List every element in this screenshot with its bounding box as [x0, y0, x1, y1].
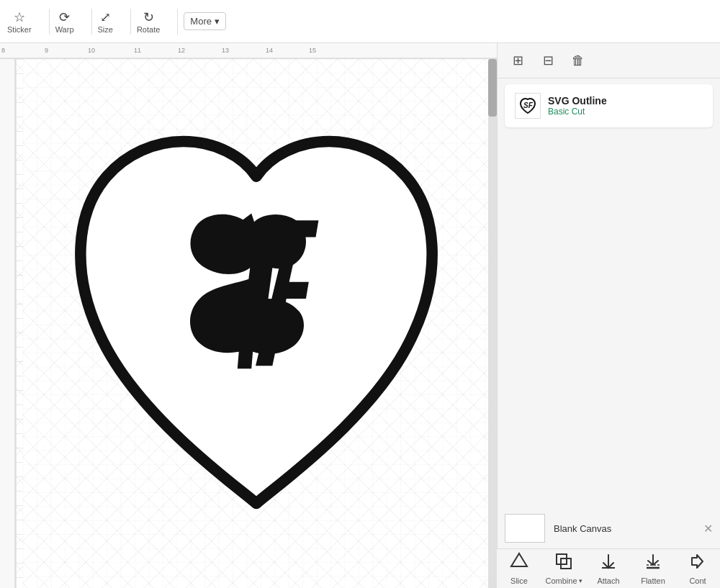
right-panel: Layers Color Sync ✕ ⊞ ⊟ 🗑 SF SVG Outline…: [497, 0, 720, 588]
ruler-left: [0, 59, 16, 588]
svg-text:11: 11: [134, 47, 141, 54]
toolbar: ☆ Sticker ⟳ Warp ⤢ Size ↻ Rotate More ▾: [0, 0, 720, 43]
layer-item[interactable]: SF SVG Outline Basic Cut: [505, 84, 713, 127]
sticker-label: Sticker: [7, 25, 32, 34]
warp-icon: ⟳: [59, 9, 70, 25]
size-icon: ⤢: [100, 9, 111, 25]
flatten-tool[interactable]: Flatten: [631, 552, 675, 585]
rotate-tool[interactable]: ↻ Rotate: [137, 9, 160, 34]
attach-label: Attach: [597, 576, 619, 585]
main-artwork: [16, 59, 497, 588]
svg-marker-15: [511, 553, 527, 566]
slice-label: Slice: [510, 576, 528, 585]
flatten-icon: [644, 552, 662, 575]
right-panel-bottom: Slice Combine ▾ Attach: [497, 548, 720, 588]
ruler-top: 8 9 10 11 12 13 14 15: [0, 43, 497, 59]
slice-tool[interactable]: Slice: [498, 552, 541, 585]
svg-text:12: 12: [178, 47, 185, 54]
warp-tool[interactable]: ⟳ Warp: [55, 9, 74, 34]
warp-label: Warp: [55, 25, 74, 34]
slice-icon: [510, 552, 528, 575]
layer-info: SVG Outline Basic Cut: [548, 95, 703, 117]
duplicate-layer-button[interactable]: ⊟: [536, 49, 559, 72]
sticker-icon: ☆: [14, 9, 25, 25]
more-button[interactable]: More ▾: [184, 12, 225, 30]
combine-label: Combine: [545, 576, 577, 585]
rotate-label: Rotate: [137, 25, 160, 34]
blank-canvas-section: Blank Canvas ✕: [505, 508, 713, 548]
combine-tool[interactable]: Combine ▾: [542, 552, 585, 585]
blank-canvas-label: Blank Canvas: [554, 523, 611, 534]
combine-icon: [554, 552, 573, 575]
add-layer-button[interactable]: ⊞: [506, 49, 529, 72]
scrollbar-thumb[interactable]: [488, 59, 497, 117]
layer-name: SVG Outline: [548, 95, 703, 107]
rotate-icon: ↻: [143, 9, 154, 25]
canvas-area: SF: [16, 59, 497, 588]
sticker-tool[interactable]: ☆ Sticker: [7, 9, 32, 34]
blank-canvas-close-icon[interactable]: ✕: [703, 522, 713, 535]
svg-text:SF: SF: [523, 101, 534, 109]
toolbar-separator-4: [177, 9, 178, 35]
layer-thumbnail: SF: [515, 93, 541, 119]
delete-layer-button[interactable]: 🗑: [567, 49, 590, 72]
blank-canvas-thumbnail: [505, 514, 545, 543]
size-label: Size: [98, 25, 113, 34]
attach-icon: [599, 552, 618, 575]
toolbar-separator: [49, 9, 50, 35]
panel-toolbar: ⊞ ⊟ 🗑: [498, 43, 720, 78]
svg-text:15: 15: [309, 47, 316, 54]
cont-tool[interactable]: Cont: [676, 552, 719, 585]
svg-text:13: 13: [222, 47, 229, 54]
combine-arrow: ▾: [579, 577, 582, 584]
size-tool[interactable]: ⤢ Size: [98, 9, 113, 34]
scrollbar-right[interactable]: [488, 59, 497, 588]
svg-text:8: 8: [1, 47, 5, 54]
svg-text:14: 14: [266, 47, 273, 54]
toolbar-separator-2: [91, 9, 92, 35]
svg-text:9: 9: [45, 47, 48, 54]
cont-label: Cont: [689, 576, 706, 585]
more-label: More ▾: [190, 16, 219, 27]
toolbar-separator-3: [130, 9, 131, 35]
cont-icon: [688, 552, 707, 575]
svg-text:10: 10: [88, 47, 95, 54]
layer-type: Basic Cut: [548, 107, 703, 117]
attach-tool[interactable]: Attach: [587, 552, 630, 585]
flatten-label: Flatten: [641, 576, 665, 585]
